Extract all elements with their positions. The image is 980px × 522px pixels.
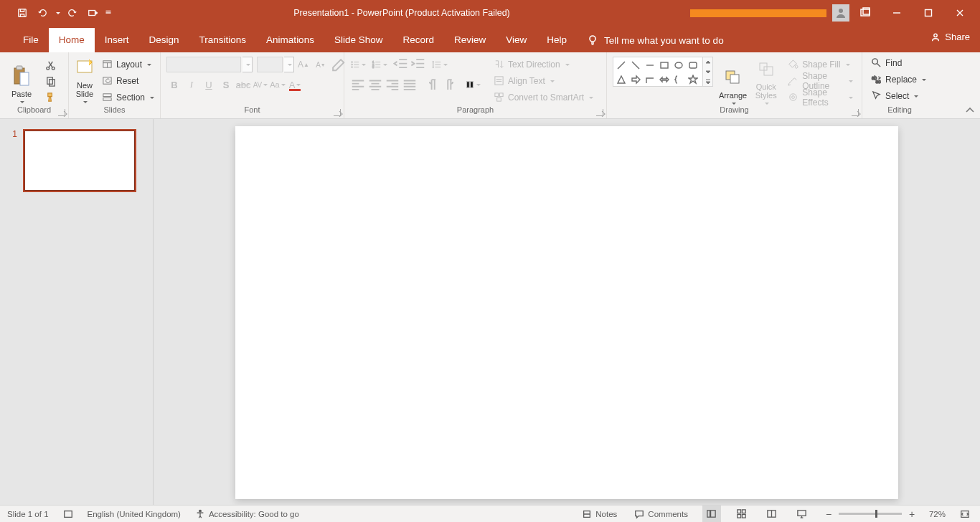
increase-indent-icon[interactable] xyxy=(410,57,426,72)
bullets-icon[interactable] xyxy=(350,57,366,72)
tab-insert[interactable]: Insert xyxy=(95,28,139,52)
shape-line-icon[interactable] xyxy=(614,58,628,72)
redo-icon[interactable] xyxy=(63,4,82,22)
gallery-down-icon[interactable] xyxy=(703,67,712,76)
start-from-beginning-icon[interactable] xyxy=(83,4,102,22)
gallery-more-icon[interactable] xyxy=(703,77,712,86)
status-language[interactable]: English (United Kingdom) xyxy=(88,510,181,518)
shape-elbow-icon[interactable] xyxy=(643,72,657,87)
new-slide-button[interactable]: New Slide xyxy=(75,55,95,104)
replace-button[interactable]: abacReplace xyxy=(868,72,929,87)
notes-button[interactable]: Notes xyxy=(579,506,620,522)
font-color-icon[interactable]: A xyxy=(287,77,303,92)
increase-font-icon[interactable]: A▲ xyxy=(296,57,311,72)
fit-to-window-icon[interactable] xyxy=(957,506,973,522)
share-button[interactable]: Share xyxy=(930,32,970,42)
collapse-ribbon-icon[interactable] xyxy=(964,105,976,115)
tab-file[interactable]: File xyxy=(13,28,49,52)
cut-icon[interactable] xyxy=(42,58,59,72)
shapes-gallery-scroll[interactable] xyxy=(703,57,713,87)
tab-slideshow[interactable]: Slide Show xyxy=(324,28,393,52)
shape-effects-button[interactable]: Shape Effects xyxy=(785,90,856,105)
spellcheck-icon[interactable] xyxy=(60,506,76,522)
copy-icon[interactable] xyxy=(42,74,59,88)
numbering-icon[interactable]: 123 xyxy=(372,57,387,72)
shadow-button[interactable]: S xyxy=(218,77,234,92)
shape-star-icon[interactable] xyxy=(686,72,700,87)
undo-dropdown-icon[interactable] xyxy=(53,4,62,22)
zoom-in-button[interactable]: + xyxy=(906,508,918,520)
shape-line3-icon[interactable] xyxy=(643,58,657,72)
zoom-slider[interactable]: − + xyxy=(823,508,918,520)
line-spacing-icon[interactable] xyxy=(432,57,448,72)
reset-button[interactable]: Reset xyxy=(99,73,157,88)
accessibility-button[interactable]: Accessibility: Good to go xyxy=(192,506,302,522)
tab-record[interactable]: Record xyxy=(392,28,444,52)
shape-line2-icon[interactable] xyxy=(628,58,643,72)
decrease-font-icon[interactable]: A▼ xyxy=(313,57,329,72)
align-right-icon[interactable] xyxy=(385,77,400,92)
convert-smartart-button[interactable]: Convert to SmartArt xyxy=(491,90,596,105)
shapes-gallery[interactable] xyxy=(613,57,703,87)
decrease-indent-icon[interactable] xyxy=(393,57,409,72)
rtl-icon[interactable] xyxy=(442,77,458,92)
gallery-up-icon[interactable] xyxy=(703,57,712,67)
shape-oval-icon[interactable] xyxy=(672,58,686,72)
slide-1[interactable] xyxy=(235,126,898,499)
status-slide-number[interactable]: Slide 1 of 1 xyxy=(7,510,49,518)
bold-button[interactable]: B xyxy=(166,77,182,92)
font-name-input[interactable] xyxy=(166,57,241,72)
select-button[interactable]: Select xyxy=(868,88,929,103)
tab-design[interactable]: Design xyxy=(139,28,189,52)
section-button[interactable]: Section xyxy=(99,90,157,105)
shape-brace-icon[interactable] xyxy=(672,72,686,87)
character-spacing-icon[interactable]: AV xyxy=(253,77,268,92)
tab-view[interactable]: View xyxy=(496,28,537,52)
shape-arrow-both-icon[interactable] xyxy=(657,72,672,87)
close-button[interactable] xyxy=(944,2,976,24)
ribbon-display-options-icon[interactable] xyxy=(857,4,874,22)
format-painter-icon[interactable] xyxy=(42,90,59,104)
find-button[interactable]: Find xyxy=(868,55,929,70)
thumbnail-1[interactable]: 1 xyxy=(9,129,144,192)
ltr-icon[interactable] xyxy=(425,77,440,92)
maximize-button[interactable] xyxy=(913,2,944,24)
shape-roundrect-icon[interactable] xyxy=(686,58,700,72)
paste-button[interactable]: Paste xyxy=(6,55,37,104)
tab-transitions[interactable]: Transitions xyxy=(189,28,257,52)
align-center-icon[interactable] xyxy=(367,77,383,92)
comments-button[interactable]: Comments xyxy=(631,506,691,522)
strikethrough-button[interactable]: abc xyxy=(235,77,251,92)
shape-outline-button[interactable]: Shape Outline xyxy=(785,73,856,88)
customize-qat-icon[interactable] xyxy=(103,4,113,22)
tab-home[interactable]: Home xyxy=(49,28,95,52)
undo-icon[interactable] xyxy=(33,4,52,22)
zoom-percent[interactable]: 72% xyxy=(929,510,946,518)
clipboard-dialog-launcher[interactable] xyxy=(58,109,65,116)
view-sorter-icon[interactable] xyxy=(732,506,751,522)
font-size-input[interactable] xyxy=(257,57,283,72)
avatar[interactable] xyxy=(832,4,849,22)
tab-animations[interactable]: Animations xyxy=(256,28,324,52)
align-text-button[interactable]: Align Text xyxy=(491,73,596,88)
justify-icon[interactable] xyxy=(402,77,418,92)
font-name-dropdown[interactable] xyxy=(242,57,253,72)
shape-rect-icon[interactable] xyxy=(657,58,672,72)
columns-icon[interactable] xyxy=(465,77,481,92)
align-left-icon[interactable] xyxy=(350,77,366,92)
tell-me-search[interactable]: Tell me what you want to do xyxy=(577,34,734,52)
view-reading-icon[interactable] xyxy=(763,506,781,522)
italic-button[interactable]: I xyxy=(184,77,199,92)
underline-button[interactable]: U xyxy=(201,77,217,92)
view-slideshow-icon[interactable] xyxy=(793,506,811,522)
tab-review[interactable]: Review xyxy=(444,28,496,52)
shape-triangle-icon[interactable] xyxy=(614,72,628,87)
zoom-out-button[interactable]: − xyxy=(823,508,834,520)
shape-arrow-r-icon[interactable] xyxy=(628,72,643,87)
drawing-dialog-launcher[interactable] xyxy=(852,109,859,116)
thumbnail-1-preview[interactable] xyxy=(23,129,136,192)
layout-button[interactable]: Layout xyxy=(99,57,157,72)
font-dialog-launcher[interactable] xyxy=(334,109,341,116)
text-direction-button[interactable]: Text Direction xyxy=(491,57,596,72)
arrange-button[interactable]: Arrange xyxy=(719,57,747,105)
